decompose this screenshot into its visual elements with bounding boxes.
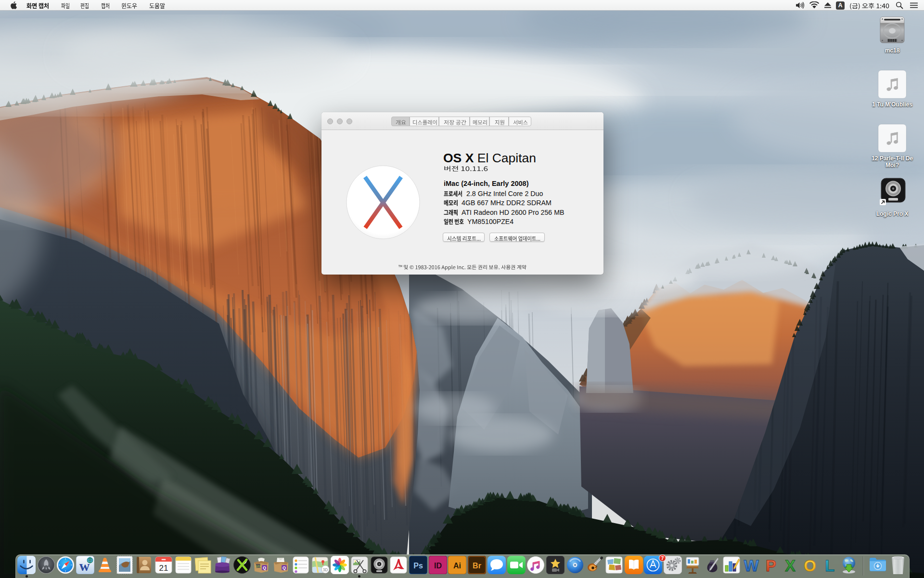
svg-text:21: 21 bbox=[159, 564, 168, 573]
svg-text:X: X bbox=[785, 557, 796, 574]
svg-text:Ps: Ps bbox=[413, 562, 423, 570]
svg-text:Q: Q bbox=[282, 565, 286, 570]
svg-text:GTX: GTX bbox=[256, 565, 261, 568]
svg-text:3D: 3D bbox=[322, 567, 328, 572]
svg-text:Q: Q bbox=[263, 565, 266, 570]
svg-text:O: O bbox=[804, 557, 816, 574]
svg-text:P: P bbox=[766, 557, 776, 574]
svg-text:Br: Br bbox=[473, 562, 481, 570]
svg-text:Ai: Ai bbox=[453, 562, 461, 570]
svg-text:ID: ID bbox=[434, 562, 442, 570]
svg-text:L: L bbox=[825, 557, 834, 574]
svg-text:W: W bbox=[744, 557, 759, 574]
